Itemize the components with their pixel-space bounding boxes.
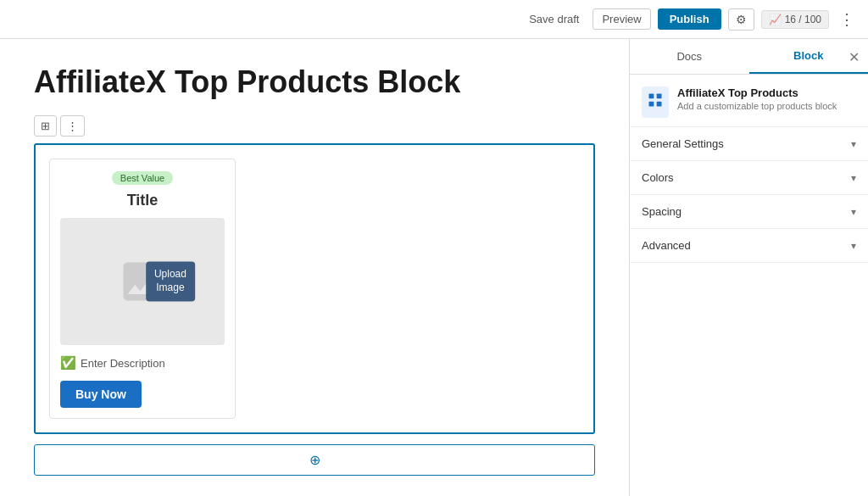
publish-button[interactable]: Publish (658, 8, 721, 30)
block-type-icon: ⊞ (41, 120, 50, 132)
upload-line2: Image (156, 281, 184, 293)
svg-rect-1 (657, 94, 662, 99)
section-label-2: Spacing (642, 205, 682, 218)
stats-badge[interactable]: 📈 16 / 100 (761, 10, 829, 29)
block-info-text: AffiliateX Top Products Add a customizab… (677, 86, 837, 111)
section-header-0[interactable]: General Settings ▾ (630, 127, 868, 160)
chevron-icon-3: ▾ (851, 240, 856, 252)
svg-rect-3 (657, 102, 662, 107)
tab-docs[interactable]: Docs (630, 39, 749, 74)
upload-image-button[interactable]: Upload Image (146, 261, 195, 301)
svg-rect-0 (649, 94, 654, 99)
chevron-icon-2: ▾ (851, 206, 856, 218)
description-text[interactable]: Enter Description (81, 357, 165, 370)
section-label-0: General Settings (642, 137, 724, 150)
more-options-button[interactable]: ⋮ (836, 10, 858, 29)
section-header-3[interactable]: Advanced ▾ (630, 229, 868, 262)
svg-rect-2 (649, 102, 654, 107)
block-toolbar: ⊞ ⋮ (34, 115, 595, 137)
stats-label: 16 / 100 (785, 14, 821, 25)
settings-button[interactable]: ⚙ (728, 8, 754, 31)
panel-section-colors: Colors ▾ (630, 161, 868, 195)
panel-block-info: AffiliateX Top Products Add a customizab… (630, 75, 868, 127)
chevron-icon-1: ▾ (851, 172, 856, 184)
toolbar: Save draft Preview Publish ⚙ 📈 16 / 100 … (0, 0, 868, 39)
panel-sections: General Settings ▾ Colors ▾ Spacing ▾ Ad… (630, 127, 868, 263)
chevron-icon-0: ▾ (851, 138, 856, 150)
section-header-1[interactable]: Colors ▾ (630, 161, 868, 194)
section-header-2[interactable]: Spacing ▾ (630, 195, 868, 228)
add-block-row[interactable]: ⊕ (34, 444, 595, 476)
product-title: Title (60, 192, 225, 209)
block-type-button[interactable]: ⊞ (34, 115, 57, 137)
block-more-button[interactable]: ⋮ (60, 115, 85, 137)
buy-now-button[interactable]: Buy Now (60, 381, 142, 408)
block-icon-box (642, 86, 669, 118)
affiliatex-icon (647, 92, 664, 109)
best-value-badge: Best Value (112, 171, 173, 185)
page-title: AffiliateX Top Products Block (34, 64, 595, 100)
panel-scrollable: AffiliateX Top Products Add a customizab… (630, 75, 868, 496)
product-card: Best Value Title Upload Image ✅ Enter De… (49, 159, 236, 419)
section-label-1: Colors (642, 171, 674, 184)
panel-section-general-settings: General Settings ▾ (630, 127, 868, 161)
add-block-icon: ⊕ (309, 452, 320, 468)
right-panel: Docs Block ✕ AffiliateX Top Products (629, 39, 868, 496)
block-container: Best Value Title Upload Image ✅ Enter De… (34, 143, 595, 434)
save-draft-button[interactable]: Save draft (522, 9, 586, 29)
block-more-icon: ⋮ (67, 120, 78, 132)
preview-button[interactable]: Preview (593, 8, 650, 30)
block-name-label: AffiliateX Top Products (677, 86, 837, 99)
section-label-3: Advanced (642, 239, 691, 252)
product-description: ✅ Enter Description (60, 355, 225, 371)
stats-icon: 📈 (769, 14, 782, 25)
main-layout: AffiliateX Top Products Block ⊞ ⋮ Best V… (0, 39, 868, 496)
editor-area: AffiliateX Top Products Block ⊞ ⋮ Best V… (0, 39, 629, 496)
upload-line1: Upload (154, 268, 186, 280)
block-desc-label: Add a customizable top products block (677, 101, 837, 111)
panel-section-spacing: Spacing ▾ (630, 195, 868, 229)
check-circle-icon: ✅ (60, 355, 76, 371)
panel-tabs: Docs Block ✕ (630, 39, 868, 75)
panel-close-button[interactable]: ✕ (849, 48, 860, 64)
panel-section-advanced: Advanced ▾ (630, 229, 868, 263)
gear-icon: ⚙ (736, 13, 747, 26)
product-image-area: Upload Image (60, 218, 225, 345)
